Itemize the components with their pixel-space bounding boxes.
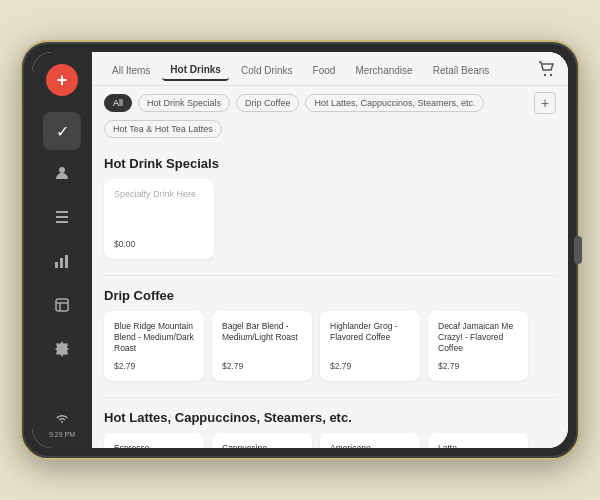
section-title-drip: Drip Coffee <box>104 288 556 303</box>
scroll-content[interactable]: Hot Drink Specials Specialty Drink Here … <box>92 144 568 448</box>
wifi-icon <box>55 409 69 427</box>
tab-hot-drinks[interactable]: Hot Drinks <box>162 60 229 81</box>
card-blue-ridge-name: Blue Ridge Mountain Blend - Medium/Dark … <box>114 321 194 355</box>
section-title-specials: Hot Drink Specials <box>104 156 556 171</box>
card-cappuccino[interactable]: Cappuccino <box>212 433 312 448</box>
card-espresso[interactable]: Espresso <box>104 433 204 448</box>
card-decaf-name: Decaf Jamaican Me Crazy! - Flavored Coff… <box>438 321 518 355</box>
card-bagel-bar[interactable]: Bagel Bar Blend - Medium/Light Roast $2.… <box>212 311 312 381</box>
svg-point-10 <box>544 73 546 75</box>
tab-merchandise[interactable]: Merchandise <box>347 61 420 80</box>
pos-icon <box>54 297 70 317</box>
card-cappuccino-name: Cappuccino <box>222 443 302 448</box>
sidebar-bottom: 9:29 PM <box>49 409 75 448</box>
specials-grid: Specialty Drink Here $0.00 <box>104 179 556 259</box>
tab-all-items[interactable]: All Items <box>104 61 158 80</box>
sidebar-icon-chart[interactable] <box>43 244 81 282</box>
person-icon <box>54 165 70 185</box>
svg-rect-5 <box>60 258 63 268</box>
svg-rect-4 <box>55 262 58 268</box>
sidebar-time: 9:29 PM <box>49 431 75 438</box>
sidebar-icon-pos[interactable] <box>43 288 81 326</box>
card-specialty-name: Specialty Drink Here <box>114 189 204 233</box>
svg-point-0 <box>59 167 65 173</box>
card-americano[interactable]: Americano <box>320 433 420 448</box>
plus-icon: + <box>57 70 68 91</box>
tablet-screen: + ✓ <box>32 52 568 448</box>
chart-icon <box>54 254 70 272</box>
card-decaf[interactable]: Decaf Jamaican Me Crazy! - Flavored Coff… <box>428 311 528 381</box>
section-title-lattes: Hot Lattes, Cappuccinos, Steamers, etc. <box>104 410 556 425</box>
tab-retail-beans[interactable]: Retail Beans <box>425 61 498 80</box>
card-bagel-bar-price: $2.79 <box>222 361 302 371</box>
add-button[interactable]: + <box>46 64 78 96</box>
tab-bar: All Items Hot Drinks Cold Drinks Food Me… <box>92 52 568 86</box>
divider-1 <box>104 275 556 276</box>
card-specialty-drink[interactable]: Specialty Drink Here $0.00 <box>104 179 214 259</box>
filter-bar-row2: Hot Tea & Hot Tea Lattes <box>92 120 568 144</box>
card-highlander-price: $2.79 <box>330 361 410 371</box>
filter-add-button[interactable]: + <box>534 92 556 114</box>
sidebar-icon-person[interactable] <box>43 156 81 194</box>
side-button <box>574 236 582 264</box>
card-latte[interactable]: Latte <box>428 433 528 448</box>
card-blue-ridge[interactable]: Blue Ridge Mountain Blend - Medium/Dark … <box>104 311 204 381</box>
filter-hot-tea[interactable]: Hot Tea & Hot Tea Lattes <box>104 120 222 138</box>
card-specialty-price: $0.00 <box>114 239 204 249</box>
card-highlander-name: Highlander Grog - Flavored Coffee <box>330 321 410 355</box>
lattes-grid: Espresso Cappuccino Americano Latte <box>104 433 556 448</box>
tab-cold-drinks[interactable]: Cold Drinks <box>233 61 301 80</box>
svg-point-11 <box>550 73 552 75</box>
tablet-frame: + ✓ <box>20 40 580 460</box>
divider-2 <box>104 397 556 398</box>
sidebar-icon-settings[interactable] <box>43 332 81 370</box>
main-content: All Items Hot Drinks Cold Drinks Food Me… <box>92 52 568 448</box>
card-blue-ridge-price: $2.79 <box>114 361 194 371</box>
list-icon <box>54 210 70 228</box>
filter-drip-coffee[interactable]: Drip Coffee <box>236 94 299 112</box>
card-americano-name: Americano <box>330 443 410 448</box>
filter-lattes[interactable]: Hot Lattes, Cappuccinos, Steamers, etc. <box>305 94 484 112</box>
filter-bar: All Hot Drink Specials Drip Coffee Hot L… <box>92 86 568 120</box>
drip-coffee-grid: Blue Ridge Mountain Blend - Medium/Dark … <box>104 311 556 381</box>
card-bagel-bar-name: Bagel Bar Blend - Medium/Light Roast <box>222 321 302 355</box>
card-espresso-name: Espresso <box>114 443 194 448</box>
sidebar: + ✓ <box>32 52 92 448</box>
sidebar-icon-check[interactable]: ✓ <box>43 112 81 150</box>
sidebar-icon-list[interactable] <box>43 200 81 238</box>
check-icon: ✓ <box>56 122 69 141</box>
filter-hot-specials[interactable]: Hot Drink Specials <box>138 94 230 112</box>
tab-food[interactable]: Food <box>305 61 344 80</box>
settings-icon <box>54 341 70 361</box>
filter-all[interactable]: All <box>104 94 132 112</box>
card-latte-name: Latte <box>438 443 518 448</box>
card-decaf-price: $2.79 <box>438 361 518 371</box>
card-highlander[interactable]: Highlander Grog - Flavored Coffee $2.79 <box>320 311 420 381</box>
cart-icon[interactable] <box>538 61 556 81</box>
svg-rect-7 <box>56 299 68 311</box>
svg-rect-6 <box>65 255 68 268</box>
